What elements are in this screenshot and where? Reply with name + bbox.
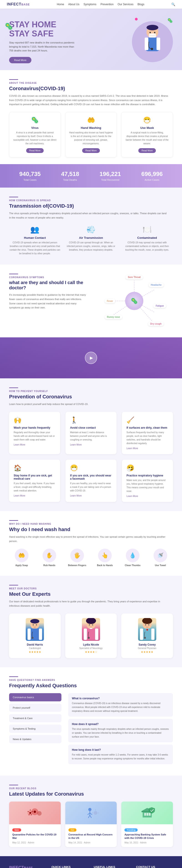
nav-home[interactable]: Home: [57, 3, 64, 6]
hero-image: [132, 21, 173, 62]
blog-card-3: Trending Approaching Banking System Safe…: [121, 802, 173, 847]
doctor-female1-svg: [82, 618, 100, 641]
nav-services[interactable]: Our Services: [118, 3, 133, 6]
prev-divider: [9, 388, 18, 388]
faq-question-3[interactable]: Treatment & Care: [9, 714, 61, 722]
svg-rect-7: [149, 33, 156, 37]
doctor-male-svg: [26, 618, 44, 641]
nav-blogs[interactable]: Blogs: [138, 3, 144, 6]
prev-hygiene-desc: Make sure you, and the people around you…: [126, 478, 169, 493]
blog-img-2: [65, 802, 117, 824]
nav-prevention[interactable]: Prevention: [100, 3, 114, 6]
faq-label: HAVE QUESTIONS? FIND ANSWERS: [9, 679, 173, 681]
prev-mask-link[interactable]: Learn More: [70, 494, 112, 497]
trans-air-desc: COVID-19 can spread through air. When an…: [65, 241, 117, 252]
blog-illustration-1: [26, 806, 44, 820]
svg-point-28: [89, 624, 90, 625]
prev-hands-link[interactable]: Learn More: [13, 443, 56, 446]
faq-question-5[interactable]: News & Updates: [9, 735, 61, 743]
faq-question-2[interactable]: Protect yourself: [9, 704, 61, 712]
info-cards-row: 🦠 Virus A virus is a small parasite that…: [9, 112, 173, 157]
trans-divider: [9, 197, 18, 197]
faq-title: Frequently Asked Questions: [9, 683, 173, 689]
info-card-handwash: 🤲 Hand Washing Hand washing also known a…: [65, 112, 117, 157]
virus-card-btn[interactable]: Read More: [26, 148, 44, 153]
mask-card-title: Use Mask: [125, 126, 169, 129]
footer-quicklinks-heading: QUICK LINKS: [52, 865, 88, 868]
between-fingers-label: Between Fingers: [65, 564, 90, 567]
prev-surfaces-link[interactable]: Learn More: [126, 447, 169, 450]
prev-contact-desc: Maintain at least 1 metre distance betwe…: [70, 431, 112, 442]
hero-description: Stay reported 687 new deaths in the coro…: [9, 41, 78, 53]
stat-active-cases: 696,996 Active Cases: [141, 170, 163, 181]
svg-point-44: [37, 811, 42, 816]
svg-point-19: [30, 619, 39, 623]
svg-point-20: [33, 624, 34, 625]
prev-desc: Learn how to protect yourself and help r…: [9, 402, 169, 406]
svg-point-22: [32, 637, 33, 639]
footer-contact-col: CONTACT US 📍 123 Medical Street, City, C…: [136, 865, 173, 868]
hero-section: 🦠 🦠 STAY HOME STAY SAFE Stay reported 68…: [0, 9, 182, 70]
blog-content-3: Trending Approaching Banking System Safe…: [121, 824, 173, 847]
nav-links: Home About Us Symptoms Prevention Our Se…: [57, 3, 145, 6]
accent-dot: [135, 18, 138, 21]
prev-hygiene-link[interactable]: Learn More: [126, 495, 169, 497]
handwash-card-btn[interactable]: Read More: [82, 148, 100, 153]
trans-card-human: 👥 Human Contact COVID-19 spreads when an…: [9, 225, 61, 255]
trans-title: Transmission of(COVID-19): [9, 203, 173, 209]
prev-card-surfaces: 🧹 If surfaces are dirty, clean them Surf…: [122, 412, 173, 454]
prev-mask-title: If you are sick, you should wear a facem…: [70, 474, 112, 480]
trans-desc: The virus spreads primarily through resp…: [9, 211, 169, 220]
prev-card-contact: 🚶 Avoid close contact Maintain at least …: [65, 412, 117, 454]
video-play-button[interactable]: [85, 352, 97, 364]
symptom-fatigue: Fatigue: [153, 304, 166, 308]
prev-card-hygiene: 🤧 Practice respiratory hygiene Make sure…: [122, 460, 173, 502]
footer-contact-heading: CONTACT US: [136, 865, 173, 868]
trans-air-title: Air Transmission: [65, 236, 117, 240]
clean-thumbs-icon: 💧: [126, 549, 140, 562]
footer-usefullinks-col: USEFUL LINKS Privacy Policy Terms of Use…: [94, 865, 130, 868]
faq-question-1[interactable]: Coronavirus basics: [9, 693, 61, 701]
nav-about[interactable]: About Us: [68, 3, 80, 6]
hw-step-back-hands: 👆 Back to Hands: [92, 549, 117, 567]
nav-symptoms[interactable]: Symptoms: [84, 3, 96, 6]
handwash-card-icon: 🤲: [69, 116, 113, 124]
hw-title: Why do I need wash hand: [9, 527, 173, 532]
expert-3-role: General Physician: [126, 647, 169, 649]
prevention-grid: 🙌 Wash your hands frequently Regularly a…: [9, 412, 173, 502]
prev-contact-link[interactable]: Learn More: [70, 443, 112, 446]
blog-meta-1: May 12, 2021 · Admin: [12, 841, 58, 844]
symptom-runny-nose: Runny nose: [104, 315, 122, 319]
expert-avatar-male: [26, 618, 44, 641]
prev-home-link[interactable]: Learn More: [13, 494, 56, 497]
faq-questions-list: Coronavirus basics Protect yourself Trea…: [9, 693, 61, 767]
prev-contact-title: Avoid close contact: [70, 426, 112, 429]
hero-text: STAY HOME STAY SAFE Stay reported 687 ne…: [9, 20, 127, 63]
expert-avatar-female2: [138, 618, 156, 641]
use-towel-icon: 🚿: [154, 549, 167, 562]
faq-answer-2-title: How does it spread?: [72, 722, 169, 726]
svg-rect-31: [90, 628, 92, 629]
trans-cards-row: 👥 Human Contact COVID-19 spreads when an…: [9, 225, 173, 255]
prev-contact-icon: 🚶: [70, 416, 112, 424]
mask-card-btn[interactable]: Read More: [138, 148, 156, 153]
hw-step-use-towel: 🚿 Use Towel: [148, 549, 173, 567]
symptoms-desc: It's increasingly possible thanks to gui…: [9, 293, 86, 310]
svg-point-45: [29, 812, 31, 814]
svg-rect-4: [156, 37, 160, 50]
virus-decoration-top: 🦠: [167, 18, 173, 23]
experts-desc: Our team of dedicated medical profession…: [9, 599, 169, 608]
expert-card-3: Sandy Covey General Physician ★★★★★: [121, 614, 173, 658]
faq-question-4[interactable]: Symptoms & Testing: [9, 724, 61, 733]
svg-point-30: [88, 637, 90, 639]
hero-cta-button[interactable]: Read More: [9, 57, 31, 63]
faq-section: HAVE QUESTIONS? FIND ANSWERS Frequently …: [0, 667, 182, 776]
nav-search-icon[interactable]: 🔍: [171, 2, 175, 6]
blog-img-1: [9, 802, 61, 824]
expert-3-stars: ★★★★★: [126, 650, 169, 654]
blog-label: OUR RECENT BLOGS: [9, 787, 173, 790]
transmission-section: HOW CORONAVIRUS IS SPREAD Transmission o…: [0, 188, 182, 265]
rub-hands-label: Rub Hands: [37, 564, 62, 567]
svg-rect-25: [84, 628, 87, 640]
video-banner: [0, 337, 182, 378]
